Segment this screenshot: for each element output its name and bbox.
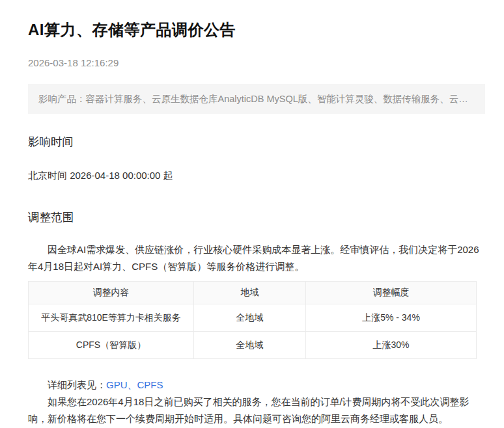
table-cell-region: 全地域 — [194, 304, 306, 332]
impact-time-text: 北京时间 2026-04-18 00:00:00 起 — [28, 170, 485, 182]
table-cell-content: 平头哥真武810E等算力卡相关服务 — [29, 304, 194, 332]
gpu-detail-link[interactable]: GPU — [106, 379, 128, 390]
table-cell-content: CPFS（智算版） — [29, 332, 194, 359]
purchase-note-paragraph: 如果您在2026年4月18日之前已购买了相关的服务，您在当前的订单/计费周期内将… — [28, 394, 485, 427]
affected-products-banner: 影响产品：容器计算服务、云原生数据仓库AnalyticDB MySQL版、智能计… — [28, 84, 485, 114]
price-adjustment-table: 调整内容 地域 调整幅度 平头哥真武810E等算力卡相关服务 全地域 上涨5% … — [28, 281, 477, 359]
announcement-page: AI算力、存储等产品调价公告 2026-03-18 12:16:29 影响产品：… — [0, 20, 504, 428]
cpfs-detail-link[interactable]: CPFS — [137, 379, 163, 390]
table-header-row: 调整内容 地域 调整幅度 — [29, 282, 477, 304]
section-heading-adjustment-scope: 调整范围 — [28, 209, 485, 225]
adjustment-intro-paragraph: 因全球AI需求爆发、供应链涨价，行业核心硬件采购成本显著上涨。经审慎评估，我们决… — [28, 241, 485, 275]
table-header-region: 地域 — [194, 282, 306, 304]
page-title: AI算力、存储等产品调价公告 — [28, 20, 485, 40]
table-header-range: 调整幅度 — [306, 282, 477, 304]
table-cell-region: 全地域 — [194, 332, 306, 359]
table-header-content: 调整内容 — [29, 282, 194, 304]
section-heading-impact-time: 影响时间 — [28, 134, 485, 150]
table-row: CPFS（智算版） 全地域 上涨30% — [29, 332, 477, 359]
table-cell-range: 上涨30% — [306, 332, 477, 359]
detail-links-prefix: 详细列表见： — [48, 379, 106, 390]
link-separator: 、 — [128, 379, 137, 390]
table-cell-range: 上涨5% - 34% — [306, 304, 477, 332]
table-row: 平头哥真武810E等算力卡相关服务 全地域 上涨5% - 34% — [29, 304, 477, 332]
detail-links-line: 详细列表见：GPU、CPFS — [28, 377, 485, 394]
closing-text-block: 详细列表见：GPU、CPFS 如果您在2026年4月18日之前已购买了相关的服务… — [28, 377, 485, 428]
publish-date: 2026-03-18 12:16:29 — [28, 57, 485, 68]
